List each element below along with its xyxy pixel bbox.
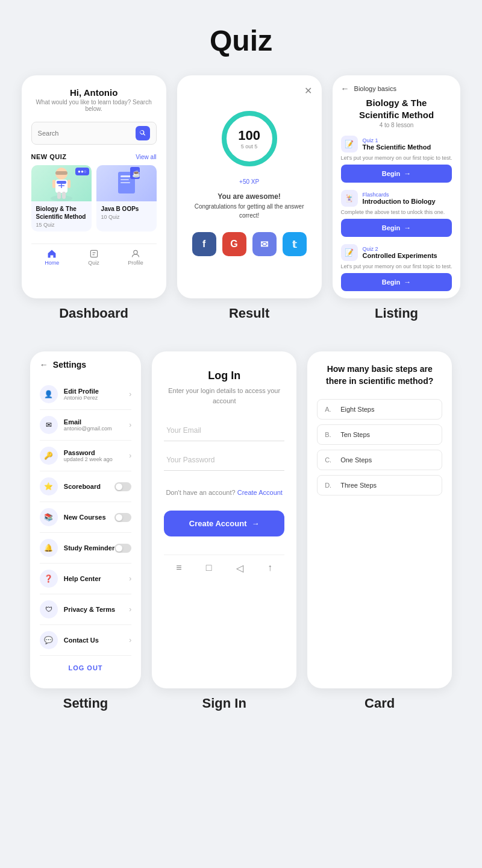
lesson-1-name: The Scientific Method: [363, 143, 431, 151]
view-all-link[interactable]: View all: [136, 154, 156, 160]
lesson-2-tag: Flashcards: [363, 192, 436, 198]
begin-button-2[interactable]: Begin →: [341, 219, 452, 237]
no-account-text: Don't have an account? Create Account: [164, 489, 284, 496]
begin-button-1[interactable]: Begin →: [341, 165, 452, 183]
lesson-2-name: Introduction to Biology: [363, 198, 436, 205]
password-icon: 🔑: [40, 447, 58, 465]
settings-password[interactable]: 🔑 Password updated 2 week ago ›: [40, 441, 131, 471]
listing-back-button[interactable]: ←: [341, 84, 349, 93]
score-circle: 100 5 out 5: [219, 108, 280, 169]
search-input[interactable]: [38, 130, 136, 137]
settings-help-center[interactable]: ❓ Help Center ›: [40, 564, 131, 594]
dashboard-label: Dashboard: [22, 306, 166, 321]
nav-quiz-label: Quiz: [88, 260, 99, 266]
create-account-link[interactable]: Create Account: [237, 489, 283, 496]
settings-contact[interactable]: 💬 Contact Us ›: [40, 625, 131, 656]
listing-breadcrumb: Biology basics: [354, 85, 396, 92]
password-sub: updated 2 week ago: [64, 456, 129, 462]
card-question: How many basic steps are there in scient…: [317, 363, 442, 387]
password-input[interactable]: [164, 450, 284, 471]
bio-card-title: Biology & The Scientific Method: [36, 205, 87, 221]
settings-new-courses[interactable]: 📚 New Courses: [40, 502, 131, 533]
nav-home-label: Home: [45, 260, 59, 266]
score-value: 100: [238, 128, 260, 143]
edit-profile-icon: 👤: [40, 385, 58, 403]
privacy-title: Privacy & Terms: [64, 606, 129, 613]
java-illustration: ☕: [113, 167, 140, 200]
answer-option-a[interactable]: A. Eight Steps: [317, 399, 442, 420]
signin-title: Log In: [164, 370, 284, 382]
settings-email[interactable]: ✉ Email antonio@gmail.com ›: [40, 410, 131, 441]
new-courses-toggle[interactable]: [114, 513, 131, 522]
nav-profile[interactable]: Profile: [114, 249, 156, 266]
java-card-count: 10 Quiz: [101, 214, 152, 220]
new-courses-icon: 📚: [40, 508, 58, 526]
settings-edit-profile[interactable]: 👤 Edit Profile Antonio Perez ›: [40, 379, 131, 410]
email-share-button[interactable]: ✉: [252, 232, 277, 256]
help-center-title: Help Center: [64, 575, 129, 582]
lesson-3-desc: Let's put your memory on our first topic…: [341, 263, 452, 269]
result-screen: ✕ 100 5 out 5 +50 XP Yo: [177, 75, 322, 298]
signin-label: Sign In: [152, 696, 296, 711]
answer-b-letter: B.: [325, 431, 334, 438]
xp-label: +50 XP: [187, 178, 312, 185]
nav-profile-label: Profile: [128, 260, 143, 266]
twitter-share-button[interactable]: 𝕥: [283, 232, 307, 256]
help-center-chevron: ›: [129, 574, 131, 583]
nav-home[interactable]: Home: [31, 249, 73, 266]
answer-option-c[interactable]: C. One Steps: [317, 450, 442, 470]
begin-button-3[interactable]: Begin →: [341, 273, 452, 291]
lesson-2-icon: 🃏: [341, 190, 358, 207]
svg-text:☕: ☕: [132, 169, 140, 178]
svg-point-20: [134, 250, 137, 254]
logout-button[interactable]: LOG OUT: [40, 656, 131, 680]
edit-profile-sub: Antonio Perez: [64, 395, 129, 401]
privacy-chevron: ›: [129, 605, 131, 614]
score-out-of: 5 out 5: [238, 143, 260, 149]
edit-profile-chevron: ›: [129, 390, 131, 398]
google-share-button[interactable]: G: [222, 232, 246, 256]
answer-option-d[interactable]: D. Three Steps: [317, 475, 442, 495]
lesson-item-1: 📝 Quiz 1 The Scientific Method Let's put…: [341, 136, 452, 183]
answer-a-text: Eight Steps: [340, 406, 374, 413]
lesson-1-desc: Let's put your memory on our first topic…: [341, 155, 452, 161]
result-label: Result: [177, 306, 322, 321]
study-reminder-title: Study Reminder: [64, 544, 114, 552]
settings-privacy[interactable]: 🛡 Privacy & Terms ›: [40, 594, 131, 625]
facebook-share-button[interactable]: f: [192, 232, 216, 256]
password-chevron: ›: [129, 451, 131, 460]
listing-subtitle: 4 to 8 lesson: [341, 122, 452, 128]
study-reminder-toggle[interactable]: [114, 544, 131, 553]
listing-label: Listing: [333, 306, 461, 321]
close-button[interactable]: ✕: [187, 85, 312, 96]
email-sub: antonio@gmail.com: [64, 426, 129, 432]
svg-rect-3: [57, 181, 66, 184]
result-message: You are awesome! Congratulations for get…: [187, 191, 312, 220]
listing-title: Biology & TheScientific Method: [341, 97, 452, 121]
home-icon: □: [206, 562, 212, 574]
settings-back-button[interactable]: ←: [40, 360, 48, 370]
svg-rect-14: [120, 182, 130, 183]
lesson-3-tag: Quiz 2: [363, 246, 437, 252]
search-icon: [139, 130, 146, 137]
recent-icon: ↑: [268, 562, 272, 574]
email-input[interactable]: [164, 420, 284, 441]
answer-option-b[interactable]: B. Ten Steps: [317, 424, 442, 445]
doctor-illustration: [46, 165, 77, 201]
contact-icon: 💬: [40, 631, 58, 649]
quiz-card-bio[interactable]: ●●○ Biology & The Scientific Method 15 Q…: [31, 165, 92, 231]
nav-quiz[interactable]: Quiz: [73, 249, 114, 266]
create-account-button[interactable]: Create Account →: [164, 511, 284, 536]
scoreboard-toggle[interactable]: [114, 482, 131, 491]
bio-card-count: 15 Quiz: [36, 222, 87, 228]
svg-rect-8: [57, 192, 61, 199]
password-title: Password: [64, 449, 129, 456]
privacy-icon: 🛡: [40, 600, 58, 618]
quiz-card-java[interactable]: ☕ Java B OOPs 10 Quiz: [96, 165, 157, 231]
answer-a-letter: A.: [325, 406, 334, 413]
settings-scoreboard[interactable]: ⭐ Scoreboard: [40, 471, 131, 502]
scoreboard-title: Scoreboard: [64, 483, 114, 490]
search-button[interactable]: [136, 126, 150, 140]
signin-screen-container: Log In Enter your login details to acces…: [152, 351, 296, 688]
settings-study-reminder[interactable]: 🔔 Study Reminder: [40, 533, 131, 564]
